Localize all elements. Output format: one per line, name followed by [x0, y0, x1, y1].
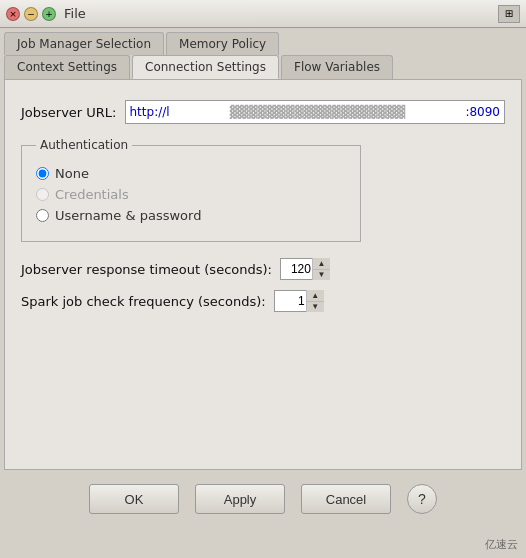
radio-username[interactable] [36, 209, 49, 222]
radio-none[interactable] [36, 167, 49, 180]
timeout-up[interactable]: ▲ [313, 258, 330, 270]
tab-connection-settings[interactable]: Connection Settings [132, 55, 279, 79]
tab-job-manager[interactable]: Job Manager Selection [4, 32, 164, 55]
auth-group: Authentication None Credentials Username… [21, 138, 361, 242]
connection-settings-panel: Jobserver URL: http://l ▓▓▓▓▓▓▓▓▓▓▓▓▓▓▓▓… [4, 80, 522, 470]
jobserver-url-label: Jobserver URL: [21, 105, 117, 120]
tabs-row-top: Job Manager Selection Memory Policy [4, 32, 522, 55]
watermark: 亿速云 [485, 537, 518, 552]
window-controls[interactable]: × − + [6, 7, 56, 21]
tab-flow-variables[interactable]: Flow Variables [281, 55, 393, 79]
radio-credentials[interactable] [36, 188, 49, 201]
jobserver-url-row: Jobserver URL: http://l ▓▓▓▓▓▓▓▓▓▓▓▓▓▓▓▓… [21, 100, 505, 124]
tab-context-settings[interactable]: Context Settings [4, 55, 130, 79]
window-icon: ⊞ [498, 5, 520, 23]
timeout-down[interactable]: ▼ [313, 270, 330, 281]
bottom-bar: OK Apply Cancel ? [0, 474, 526, 520]
main-content: Job Manager Selection Memory Policy Cont… [0, 28, 526, 474]
title-bar: × − + File ⊞ [0, 0, 526, 28]
timeout-row: Jobserver response timeout (seconds): ▲ … [21, 258, 505, 280]
tab-memory-policy[interactable]: Memory Policy [166, 32, 279, 55]
radio-username-label: Username & password [55, 208, 201, 223]
window-title: File [64, 6, 86, 21]
jobserver-url-value[interactable]: http://l [130, 105, 170, 119]
auth-legend: Authentication [36, 138, 132, 152]
radio-credentials-label: Credentials [55, 187, 129, 202]
radio-none-row: None [36, 166, 346, 181]
frequency-spinner[interactable]: ▲ ▼ [274, 290, 324, 312]
frequency-arrows: ▲ ▼ [306, 290, 324, 312]
frequency-up[interactable]: ▲ [307, 290, 324, 302]
timeout-arrows: ▲ ▼ [312, 258, 330, 280]
jobserver-url-redacted: ▓▓▓▓▓▓▓▓▓▓▓▓▓▓▓▓▓▓▓ [170, 105, 466, 119]
ok-button[interactable]: OK [89, 484, 179, 514]
frequency-label: Spark job check frequency (seconds): [21, 294, 266, 309]
maximize-button[interactable]: + [42, 7, 56, 21]
radio-username-row: Username & password [36, 208, 346, 223]
frequency-down[interactable]: ▼ [307, 302, 324, 313]
minimize-button[interactable]: − [24, 7, 38, 21]
frequency-row: Spark job check frequency (seconds): ▲ ▼ [21, 290, 505, 312]
timeout-label: Jobserver response timeout (seconds): [21, 262, 272, 277]
apply-button[interactable]: Apply [195, 484, 285, 514]
cancel-button[interactable]: Cancel [301, 484, 391, 514]
help-button[interactable]: ? [407, 484, 437, 514]
jobserver-url-suffix: :8090 [465, 105, 500, 119]
radio-credentials-row: Credentials [36, 187, 346, 202]
close-button[interactable]: × [6, 7, 20, 21]
timeout-spinner[interactable]: ▲ ▼ [280, 258, 330, 280]
radio-none-label: None [55, 166, 89, 181]
tabs-row-bottom: Context Settings Connection Settings Flo… [4, 55, 522, 80]
